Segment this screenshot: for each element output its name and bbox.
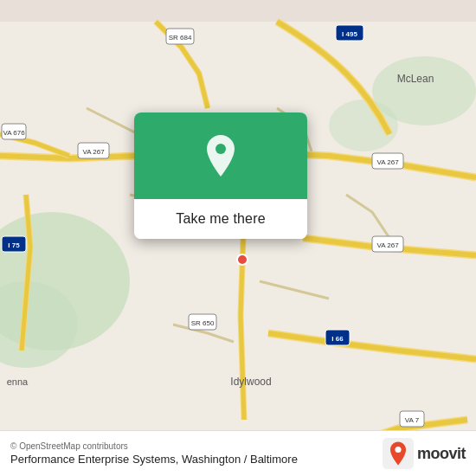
popup-header: [134, 113, 307, 199]
svg-text:enna: enna: [7, 376, 29, 387]
svg-text:McLean: McLean: [397, 73, 434, 85]
popup-card: Take me there: [134, 113, 307, 239]
moovit-logo: moovit: [383, 438, 466, 469]
copyright-text: © OpenStreetMap contributors: [10, 441, 298, 451]
svg-text:VA 267: VA 267: [376, 241, 399, 249]
svg-text:VA 267: VA 267: [376, 158, 399, 166]
svg-point-31: [215, 144, 226, 154]
svg-text:VA 267: VA 267: [82, 148, 105, 156]
take-me-there-button[interactable]: Take me there: [134, 199, 307, 239]
svg-text:SR 650: SR 650: [191, 319, 215, 327]
svg-text:I 495: I 495: [342, 30, 357, 38]
svg-text:VA 676: VA 676: [3, 129, 25, 137]
map-container: VA 676 SR 684 I 495 VA 267 VA 267 VA 267…: [0, 0, 476, 476]
map-pin-icon: [202, 133, 240, 178]
svg-text:SR 684: SR 684: [169, 34, 192, 42]
bottom-left: © OpenStreetMap contributors Performance…: [10, 441, 298, 466]
svg-text:VA 7: VA 7: [405, 416, 420, 424]
moovit-icon: [383, 438, 414, 469]
svg-text:Idylwood: Idylwood: [230, 376, 271, 388]
svg-point-33: [395, 447, 401, 453]
bottom-bar: © OpenStreetMap contributors Performance…: [0, 430, 476, 476]
svg-text:I 66: I 66: [331, 335, 344, 343]
moovit-text: moovit: [417, 445, 466, 463]
svg-point-30: [237, 254, 248, 265]
svg-text:I 75: I 75: [8, 241, 20, 249]
location-name: Performance Enterprise Systems, Washingt…: [10, 453, 298, 466]
